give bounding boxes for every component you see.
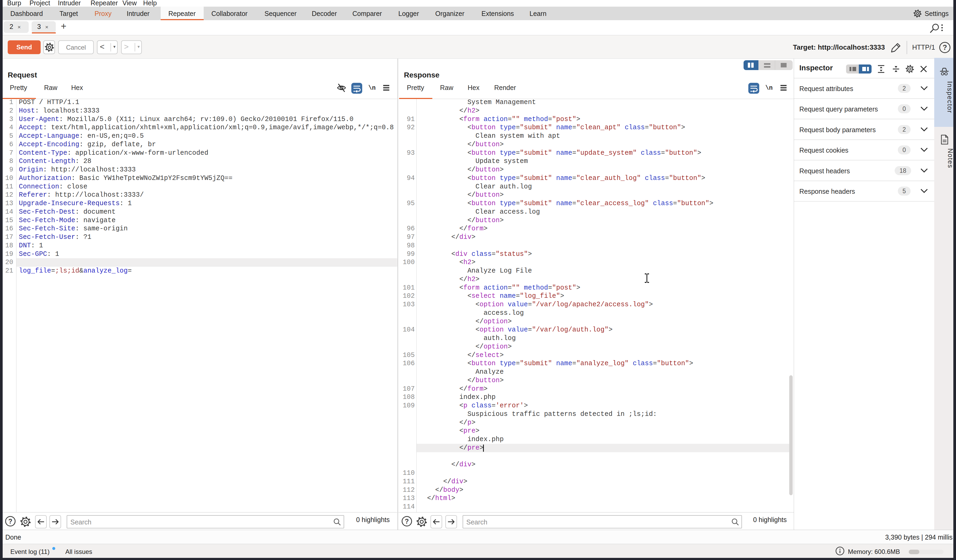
svg-text:?: ? [943, 44, 947, 52]
svg-text:?: ? [8, 518, 12, 525]
svg-text:?: ? [405, 518, 409, 525]
